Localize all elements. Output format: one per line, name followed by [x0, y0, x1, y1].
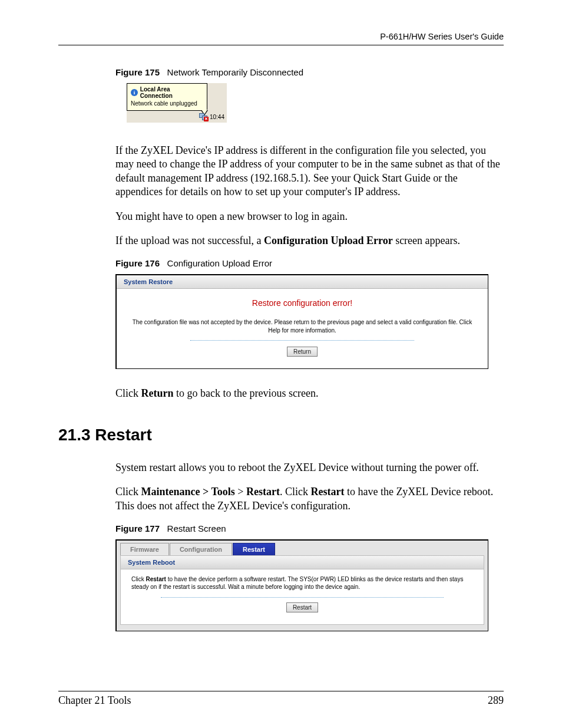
text-bold: Restart — [246, 486, 280, 498]
text-run: Click — [115, 486, 141, 498]
figure-175-title: Network Temporarily Disconnected — [167, 67, 303, 77]
figure-177-caption: Figure 177 Restart Screen — [115, 523, 504, 533]
text-run: Click — [131, 576, 146, 582]
network-balloon: i Local Area Connection Network cable un… — [127, 83, 207, 111]
figure-177-title: Restart Screen — [167, 523, 226, 533]
text-run: . Click — [280, 486, 311, 498]
system-tray: ✕ 10:44 — [127, 111, 227, 123]
footer-divider — [58, 691, 504, 691]
text-run: to have the device perform a software re… — [131, 576, 463, 591]
text-bold: Restart — [310, 486, 344, 498]
balloon-title: Local Area Connection — [140, 86, 203, 99]
tray-clock: 10:44 — [210, 114, 224, 120]
figure-177-label: Figure 177 — [115, 523, 160, 533]
paragraph-click-return: Click Return to go back to the previous … — [115, 387, 504, 400]
paragraph-ip-note: If the ZyXEL Device's IP address is diff… — [115, 144, 504, 199]
header-divider — [58, 45, 504, 45]
tabs-row: Firmware Configuration Restart — [117, 541, 488, 555]
figure-177-panel: Firmware Configuration Restart System Re… — [115, 539, 488, 631]
section-heading-restart: 21.3 Restart — [58, 426, 504, 444]
info-icon: i — [131, 89, 138, 96]
balloon-subtitle: Network cable unplugged — [131, 100, 203, 107]
error-description: The configuration file was not accepted … — [127, 318, 477, 334]
text-bold: Return — [141, 387, 174, 399]
figure-175-label: Figure 175 — [115, 67, 160, 77]
network-disconnected-icon: ✕ — [199, 113, 207, 120]
restart-button[interactable]: Restart — [286, 602, 318, 612]
figure-176-title: Configuration Upload Error — [167, 258, 272, 268]
figure-175-image: i Local Area Connection Network cable un… — [127, 83, 227, 123]
text-run: If the upload was not successful, a — [115, 235, 264, 246]
text-run: Click — [115, 387, 141, 399]
text-bold: Configuration Upload Error — [264, 235, 393, 246]
tab-firmware[interactable]: Firmware — [120, 543, 169, 555]
text-bold: Restart — [146, 576, 166, 582]
footer-page-number: 289 — [488, 694, 504, 707]
paragraph-restart-nav: Click Maintenance > Tools > Restart. Cli… — [115, 485, 504, 513]
text-run: > — [235, 486, 246, 498]
figure-176-caption: Figure 176 Configuration Upload Error — [115, 258, 504, 268]
text-run: screen appears. — [393, 235, 460, 246]
text-run: to go back to the previous screen. — [174, 387, 319, 399]
tab-configuration[interactable]: Configuration — [170, 543, 232, 555]
divider — [190, 340, 414, 341]
footer-chapter: Chapter 21 Tools — [58, 694, 131, 707]
panel-title-system-restore: System Restore — [117, 275, 488, 289]
paragraph-restart-intro: System restart allows you to reboot the … — [115, 461, 504, 475]
running-header: P-661H/HW Series User's Guide — [58, 32, 504, 41]
reboot-description: Click Restart to have the device perform… — [131, 575, 473, 591]
return-button[interactable]: Return — [287, 347, 318, 357]
paragraph-upload-error: If the upload was not successful, a Conf… — [115, 234, 504, 248]
paragraph-relogin: You might have to open a new browser to … — [115, 210, 504, 223]
figure-175-caption: Figure 175 Network Temporarily Disconnec… — [115, 67, 504, 77]
figure-176-panel: System Restore Restore configuration err… — [115, 274, 488, 369]
divider — [161, 597, 444, 598]
tab-restart[interactable]: Restart — [233, 543, 275, 555]
balloon-side-fill — [207, 83, 227, 111]
error-heading: Restore configuration error! — [123, 298, 482, 308]
panel-title-system-reboot: System Reboot — [121, 556, 484, 569]
text-bold: Maintenance > Tools — [141, 486, 235, 498]
figure-176-label: Figure 176 — [115, 258, 160, 268]
